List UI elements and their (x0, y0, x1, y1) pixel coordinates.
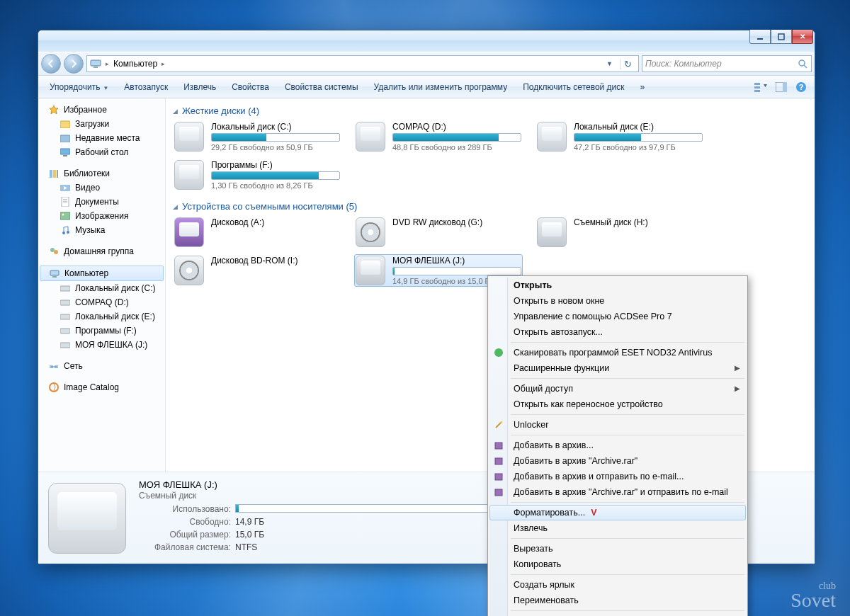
ctx-advanced[interactable]: Расширенные функции▶ (489, 360, 746, 376)
view-options-button[interactable] (752, 79, 771, 95)
svg-rect-26 (60, 212, 70, 219)
sidebar-drive-f[interactable]: Программы (F:) (38, 324, 165, 338)
svg-rect-47 (495, 458, 502, 464)
drive-icon (356, 256, 385, 285)
uninstall-button[interactable]: Удалить или изменить программу (367, 79, 515, 95)
drive-item[interactable]: Программы (F:)1,30 ГБ свободно из 8,26 Г… (173, 159, 341, 191)
ctx-open-new-window[interactable]: Открыть в новом окне (489, 293, 746, 309)
chevron-down-icon[interactable]: ▼ (604, 60, 616, 67)
libraries-icon (48, 168, 60, 179)
drive-name: COMPAQ (D:) (392, 122, 521, 132)
ctx-open[interactable]: Открыть (489, 278, 746, 293)
drive-item[interactable]: Локальный диск (E:)47,2 ГБ свободно из 9… (536, 120, 704, 153)
drive-item[interactable]: Дисковод (A:) (173, 216, 341, 249)
minimize-button[interactable] (749, 30, 771, 44)
ctx-properties[interactable]: Свойства (489, 613, 746, 616)
ctx-archive-email[interactable]: Добавить в архив и отправить по e-mail..… (489, 469, 746, 484)
capacity-bar (211, 171, 340, 180)
svg-line-44 (496, 422, 502, 428)
favorites-header[interactable]: Избранное (38, 103, 165, 117)
drive-name: Съемный диск (H:) (574, 217, 703, 227)
system-properties-button[interactable]: Свойства системы (278, 79, 366, 95)
drive-item[interactable]: Дисковод BD-ROM (I:) (173, 254, 341, 287)
titlebar[interactable]: ✕ (38, 30, 815, 52)
ctx-share[interactable]: Общий доступ▶ (489, 381, 746, 397)
maximize-button[interactable] (771, 30, 792, 44)
libraries-header[interactable]: Библиотеки (38, 166, 165, 181)
sidebar-item-desktop[interactable]: Рабочий стол (38, 145, 165, 159)
sidebar-item-recent[interactable]: Недавние места (38, 131, 165, 145)
removable-section-header[interactable]: ◢Устройства со съемными носителями (5) (173, 201, 808, 212)
ctx-add-archive[interactable]: Добавить в архив... (489, 438, 746, 453)
eject-button[interactable]: Извлечь (176, 79, 223, 95)
drive-item[interactable]: DVD RW дисковод (G:) (354, 216, 523, 249)
svg-rect-20 (57, 170, 58, 178)
sidebar-drive-e[interactable]: Локальный диск (E:) (38, 309, 165, 324)
drive-item[interactable]: COMPAQ (D:)48,8 ГБ свободно из 289 ГБ (354, 120, 523, 153)
pictures-icon (60, 210, 71, 222)
ctx-eject[interactable]: Извлечь (489, 520, 746, 536)
svg-rect-37 (60, 329, 70, 333)
drive-free-text: 47,2 ГБ свободно из 97,9 ГБ (574, 143, 703, 152)
ctx-copy[interactable]: Копировать (489, 557, 746, 572)
svg-rect-15 (60, 135, 70, 142)
document-icon (60, 196, 71, 207)
sidebar-drive-c[interactable]: Локальный диск (C:) (38, 281, 165, 295)
address-bar: ▸ Компьютер ▸ ▼ ↻ Поиск: Компьютер (38, 52, 815, 76)
svg-marker-13 (50, 105, 58, 114)
sidebar-item-pictures[interactable]: Изображения (38, 209, 165, 223)
image-catalog-item[interactable]: Image Catalog (38, 380, 165, 394)
collapse-icon: ◢ (173, 108, 178, 115)
network-item[interactable]: Сеть (38, 359, 165, 373)
homegroup-item[interactable]: Домашняя группа (38, 244, 165, 258)
drive-name: Программы (F:) (211, 160, 340, 170)
svg-line-5 (804, 65, 807, 68)
capacity-bar (392, 133, 521, 142)
drive-icon (537, 122, 567, 152)
svg-rect-46 (495, 443, 502, 449)
drive-item[interactable]: Съемный диск (H:) (536, 216, 704, 249)
search-box[interactable]: Поиск: Компьютер (642, 55, 812, 72)
ctx-unlocker[interactable]: Unlocker (489, 417, 746, 433)
nav-back-button[interactable] (41, 54, 61, 74)
svg-rect-33 (52, 276, 57, 278)
sidebar-drive-j[interactable]: МОЯ ФЛЕШКА (J:) (38, 338, 165, 352)
drive-name: DVD RW дисковод (G:) (392, 217, 521, 227)
breadcrumb-bar[interactable]: ▸ Компьютер ▸ ▼ ↻ (86, 55, 639, 72)
drive-icon (60, 311, 71, 322)
sidebar-drive-d[interactable]: COMPAQ (D:) (38, 295, 165, 309)
help-button[interactable]: ? (792, 79, 810, 95)
refresh-button[interactable]: ↻ (620, 59, 635, 69)
map-drive-button[interactable]: Подключить сетевой диск (516, 79, 631, 95)
ctx-cut[interactable]: Вырезать (489, 541, 746, 557)
breadcrumb-text[interactable]: Компьютер (113, 59, 157, 69)
autoplay-button[interactable]: Автозапуск (117, 79, 175, 95)
nav-forward-button[interactable] (64, 54, 84, 74)
ctx-open-portable[interactable]: Открыть как переносное устройство (489, 397, 746, 412)
sidebar-item-downloads[interactable]: Загрузки (38, 117, 165, 131)
ctx-format[interactable]: Форматировать...V (489, 505, 746, 520)
ctx-add-archive-rar[interactable]: Добавить в архив "Archive.rar" (489, 453, 746, 469)
drive-item[interactable]: Локальный диск (C:)29,2 ГБ свободно из 5… (173, 120, 341, 153)
drive-name: Дисковод BD-ROM (I:) (211, 256, 340, 266)
sidebar-item-documents[interactable]: Документы (38, 195, 165, 209)
svg-rect-10 (783, 82, 787, 92)
overflow-button[interactable]: » (633, 79, 652, 95)
ctx-open-autoplay[interactable]: Открыть автозапуск... (489, 324, 746, 340)
sidebar-item-music[interactable]: Музыка (38, 223, 165, 237)
svg-rect-48 (495, 474, 502, 480)
ctx-acdsee[interactable]: Управление с помощью ACDSee Pro 7 (489, 309, 746, 324)
preview-pane-button[interactable] (772, 79, 790, 95)
ctx-create-shortcut[interactable]: Создать ярлык (489, 577, 746, 593)
close-button[interactable]: ✕ (792, 30, 813, 44)
ctx-archive-rar-email[interactable]: Добавить в архив "Archive.rar" и отправи… (489, 484, 746, 500)
properties-button[interactable]: Свойства (225, 79, 276, 95)
sidebar-item-videos[interactable]: Видео (38, 181, 165, 195)
computer-item[interactable]: Компьютер (40, 266, 164, 281)
hdd-section-header[interactable]: ◢Жесткие диски (4) (173, 105, 808, 116)
ctx-nod32-scan[interactable]: Сканировать программой ESET NOD32 Antivi… (489, 345, 746, 360)
drive-icon (60, 297, 71, 308)
ctx-rename[interactable]: Переименовать (489, 593, 746, 608)
organize-button[interactable]: Упорядочить▼ (42, 79, 115, 95)
drive-name: Локальный диск (E:) (574, 122, 703, 132)
